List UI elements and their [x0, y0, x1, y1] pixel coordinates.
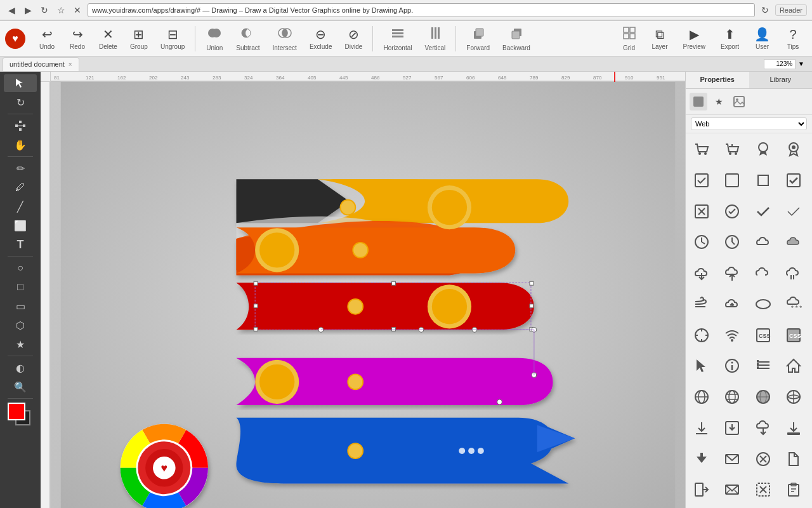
refresh2-button[interactable]: ↻ [759, 4, 771, 17]
horizontal-button[interactable]: Horizontal [378, 23, 417, 54]
icon-dl-3[interactable] [780, 415, 807, 441]
backward-button[interactable]: Backward [497, 23, 535, 54]
icon-clock-1[interactable] [688, 229, 715, 255]
icon-checkbox-tick[interactable] [780, 167, 807, 194]
fill-icon-btn[interactable] [690, 93, 707, 110]
icon-globe[interactable] [719, 384, 745, 410]
icon-square[interactable] [719, 167, 745, 194]
icon-clipboard[interactable] [780, 476, 807, 503]
polygon-tool[interactable]: ⬡ [4, 316, 37, 334]
url-bar[interactable] [88, 3, 755, 17]
icon-dl-1[interactable] [688, 415, 715, 441]
pen-tool[interactable]: ✏ [4, 159, 37, 177]
icon-dl-arrow[interactable] [688, 446, 715, 472]
gradient-tool[interactable]: ◐ [4, 359, 37, 377]
zoom-tool[interactable]: 🔍 [4, 378, 37, 396]
icon-award-2[interactable] [780, 136, 807, 163]
icon-checkmark[interactable] [750, 198, 776, 225]
icon-css3[interactable]: CSS [750, 322, 776, 349]
select-tool[interactable] [4, 74, 37, 92]
text-tool[interactable]: T [4, 236, 37, 253]
reader-button[interactable]: Reader [775, 4, 807, 16]
exclude-button[interactable]: ⊖ Exclude [304, 24, 337, 53]
union-button[interactable]: Union [200, 23, 228, 54]
icon-wind[interactable] [688, 291, 715, 318]
icon-cloud-2[interactable] [780, 229, 807, 255]
vertical-button[interactable]: Vertical [419, 23, 450, 54]
node-tool[interactable] [4, 117, 37, 135]
icon-cart-2[interactable] [719, 136, 745, 163]
icon-compass[interactable] [688, 322, 715, 349]
icon-wifi[interactable] [719, 322, 745, 349]
rect-tool[interactable]: □ [4, 278, 37, 296]
icon-home[interactable] [780, 352, 807, 379]
icon-globe-2[interactable] [780, 384, 807, 410]
tab-close-button[interactable]: × [69, 61, 72, 68]
image-icon-btn[interactable] [730, 93, 748, 110]
icon-clock-2[interactable] [719, 229, 745, 255]
icon-cloud-5[interactable] [750, 291, 776, 318]
icon-css3-2[interactable]: CSS [780, 322, 807, 349]
forward-button[interactable]: Forward [461, 23, 495, 54]
star-tool[interactable]: ★ [4, 335, 37, 353]
icon-cursor[interactable] [688, 352, 715, 379]
line-tool[interactable]: ╱ [4, 197, 37, 215]
category-select[interactable]: Web All Icons Shapes [691, 117, 807, 130]
icon-x-circle[interactable] [750, 446, 776, 472]
icon-upload-1[interactable] [719, 260, 745, 286]
group-button[interactable]: ⊞ Group [125, 24, 153, 53]
back-button[interactable]: ◀ [5, 4, 18, 17]
preview-button[interactable]: ▶ Preview [677, 24, 712, 53]
icon-cloud-1[interactable] [750, 229, 776, 255]
rounded-rect-tool[interactable]: ▭ [4, 297, 37, 315]
icon-checkbox-checked[interactable] [688, 167, 715, 194]
zoom-dropdown-arrow[interactable]: ▼ [798, 60, 804, 67]
divide-button[interactable]: ⊘ Divide [339, 24, 367, 53]
properties-tab[interactable]: Properties [686, 72, 749, 88]
icon-info[interactable] [719, 352, 745, 379]
rotate-tool[interactable]: ↻ [4, 93, 37, 111]
foreground-color[interactable] [8, 403, 25, 420]
layer-button[interactable]: ⧉ Layer [646, 25, 674, 53]
icon-checkmark-circle[interactable] [719, 198, 745, 225]
icon-x-box[interactable] [688, 198, 715, 225]
icon-cloud-snow[interactable]: * * * [780, 291, 807, 318]
icon-list[interactable] [750, 352, 776, 379]
bookmark-button[interactable]: ☆ [55, 4, 67, 17]
user-button[interactable]: 👤 User [748, 24, 776, 53]
icon-grid-globe[interactable] [750, 384, 776, 410]
erase-tool[interactable]: ⬜ [4, 217, 37, 234]
icon-cart-1[interactable] [688, 136, 715, 163]
icon-mail-2[interactable] [719, 476, 745, 503]
grid-button[interactable]: Grid [615, 23, 643, 54]
color-selector[interactable] [6, 401, 34, 429]
refresh-button[interactable]: ↻ [38, 4, 51, 17]
library-tab[interactable]: Library [749, 72, 813, 88]
icon-ul-1[interactable] [750, 415, 776, 441]
pencil-tool[interactable]: 🖊 [4, 178, 37, 196]
undo-button[interactable]: ↩ Undo [33, 24, 61, 53]
icon-download-1[interactable] [688, 260, 715, 286]
icon-delete-2[interactable] [750, 476, 776, 503]
stop-button[interactable]: ✕ [71, 4, 84, 17]
circle-tool[interactable]: ○ [4, 259, 37, 277]
icon-dl-2[interactable] [719, 415, 745, 441]
icon-cloud-upload[interactable] [719, 291, 745, 318]
icon-checkmark-thin[interactable] [780, 198, 807, 225]
export-button[interactable]: ⬆ Export [714, 24, 745, 53]
document-tab[interactable]: untitled document × [3, 57, 79, 71]
icon-cloud-4[interactable] [780, 260, 807, 286]
icon-document[interactable] [780, 446, 807, 472]
subtract-button[interactable]: Subtract [231, 23, 265, 54]
ungroup-button[interactable]: ⊟ Ungroup [155, 24, 190, 53]
delete-button[interactable]: ✕ Delete [94, 24, 122, 53]
icon-cloud-3[interactable] [750, 260, 776, 286]
icon-square-outline[interactable] [750, 167, 776, 194]
icon-mail[interactable] [719, 446, 745, 472]
hand-tool[interactable]: ✋ [4, 136, 37, 154]
icon-earth[interactable] [688, 384, 715, 410]
icon-login[interactable] [688, 476, 715, 503]
drawing-canvas-area[interactable]: ♥ [51, 82, 685, 508]
intersect-button[interactable]: Intersect [268, 23, 302, 54]
icon-award-1[interactable] [750, 136, 776, 163]
